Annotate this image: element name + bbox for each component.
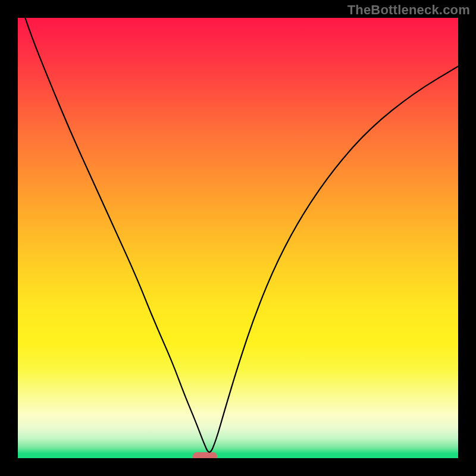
curve-svg: [18, 18, 458, 458]
bottleneck-curve: [18, 18, 458, 452]
watermark-text: TheBottleneck.com: [347, 2, 470, 18]
plot-area: [18, 18, 458, 458]
chart-container: TheBottleneck.com: [0, 0, 476, 476]
